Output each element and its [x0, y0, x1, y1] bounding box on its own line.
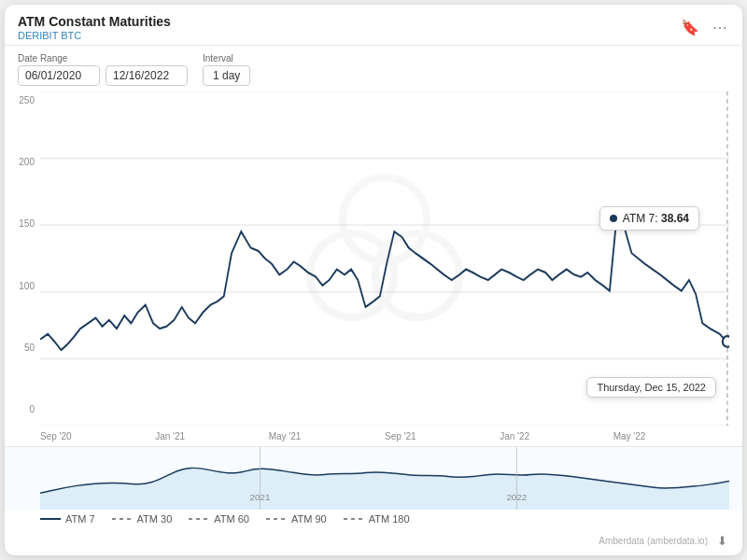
legend-line-atm90 — [266, 518, 287, 520]
x-label-jan22: Jan '22 — [500, 431, 529, 441]
x-label-sep20: Sep '20 — [40, 431, 72, 441]
x-axis: Sep '20 Jan '21 May '21 Sep '21 Jan '22 … — [40, 426, 729, 446]
y-axis: 250 200 150 100 50 0 — [5, 91, 40, 418]
chart-title: ATM Constant Maturities — [18, 14, 171, 29]
legend-item-atm30: ATM 30 — [112, 513, 173, 525]
tooltip-dot — [610, 215, 617, 222]
legend-label-atm180: ATM 180 — [369, 513, 410, 525]
legend-item-atm7: ATM 7 — [40, 513, 95, 525]
interval-group: Interval 1 day — [203, 53, 250, 86]
header: ATM Constant Maturities DERIBIT BTC 🔖 ⋯ — [5, 5, 742, 46]
y-label-250: 250 — [5, 95, 40, 105]
y-label-150: 150 — [5, 218, 40, 229]
y-label-50: 50 — [5, 343, 40, 353]
date-range-group: Date Range — [18, 53, 188, 86]
date-to-input[interactable] — [106, 65, 188, 86]
main-card: ATM Constant Maturities DERIBIT BTC 🔖 ⋯ … — [5, 5, 742, 555]
x-label-may21: May '21 — [269, 431, 302, 441]
legend-line-atm60 — [189, 518, 209, 520]
legend-label-atm90: ATM 90 — [291, 513, 327, 525]
more-button[interactable]: ⋯ — [711, 17, 729, 38]
x-label-jan21: Jan '21 — [155, 431, 185, 441]
svg-text:2021: 2021 — [250, 492, 271, 502]
date-range-inputs — [18, 65, 188, 86]
mini-chart-area: 2021 2022 — [5, 446, 742, 510]
header-icons: 🔖 ⋯ — [679, 17, 729, 38]
y-label-0: 0 — [5, 404, 40, 414]
legend-item-atm180: ATM 180 — [344, 513, 410, 525]
interval-label: Interval — [203, 53, 250, 63]
main-chart-svg-container: ATM 7: 38.64 Thursday, Dec 15, 2022 — [40, 91, 729, 426]
x-label-may22: May '22 — [613, 431, 646, 441]
legend-label-atm30: ATM 30 — [137, 513, 173, 525]
legend: ATM 7 ATM 30 ATM 60 ATM 90 ATM 180 — [5, 510, 742, 530]
attribution: Amberdata (amberdata.io) — [599, 536, 708, 546]
chart-subtitle: DERIBIT BTC — [18, 30, 171, 41]
download-button[interactable]: ⬇ — [715, 532, 729, 550]
header-left: ATM Constant Maturities DERIBIT BTC — [18, 14, 171, 41]
legend-line-atm7 — [40, 518, 61, 520]
legend-item-atm60: ATM 60 — [189, 513, 249, 525]
date-from-input[interactable] — [18, 65, 100, 86]
legend-line-atm180 — [344, 518, 364, 520]
main-chart-area: 250 200 150 100 50 0 — [5, 91, 742, 446]
svg-point-10 — [723, 336, 729, 347]
tooltip-value: 38.64 — [661, 212, 689, 225]
bookmark-button[interactable]: 🔖 — [679, 17, 701, 38]
date-range-label: Date Range — [18, 53, 188, 63]
legend-line-atm30 — [112, 518, 133, 520]
controls-bar: Date Range Interval 1 day — [5, 46, 742, 91]
legend-label-atm7: ATM 7 — [65, 513, 95, 525]
legend-item-atm90: ATM 90 — [266, 513, 327, 525]
y-label-100: 100 — [5, 281, 40, 291]
mini-chart-svg: 2021 2022 — [40, 447, 729, 510]
interval-button[interactable]: 1 day — [203, 65, 250, 86]
main-svg — [40, 91, 729, 426]
x-label-sep21: Sep '21 — [385, 431, 416, 441]
y-label-200: 200 — [5, 157, 40, 167]
tooltip-label: ATM 7: 38.64 — [623, 212, 689, 225]
legend-label-atm60: ATM 60 — [214, 513, 249, 525]
svg-text:2022: 2022 — [506, 492, 527, 502]
tooltip-series: ATM 7 — [623, 212, 655, 225]
footer: Amberdata (amberdata.io) ⬇ — [5, 530, 742, 555]
tooltip: ATM 7: 38.64 — [599, 206, 699, 231]
tooltip-date: Thursday, Dec 15, 2022 — [586, 377, 716, 398]
